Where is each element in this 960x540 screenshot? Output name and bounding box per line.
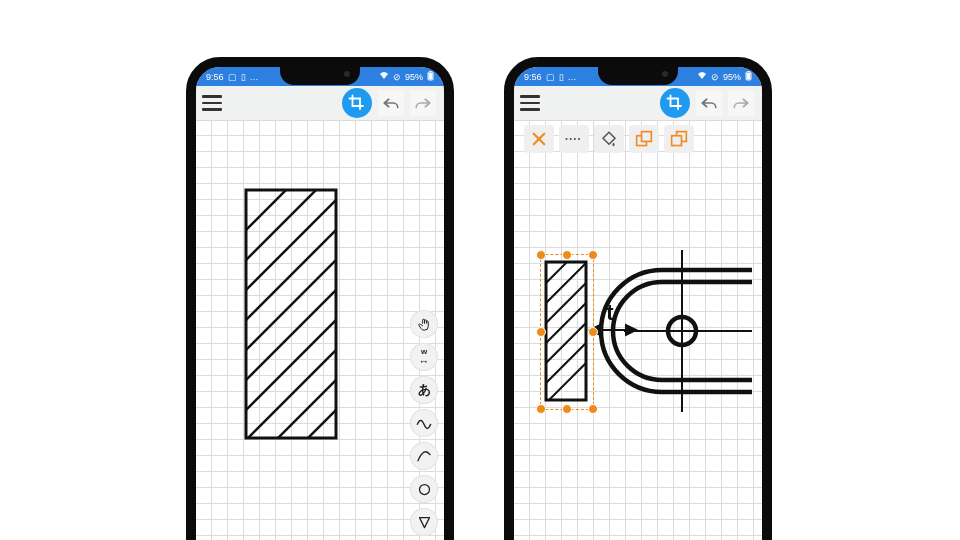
no-sim-icon: ⊘ bbox=[393, 72, 401, 82]
resize-handle-e[interactable] bbox=[588, 327, 598, 337]
resize-handle-w[interactable] bbox=[536, 327, 546, 337]
menu-button[interactable] bbox=[520, 92, 546, 114]
redo-button[interactable] bbox=[410, 90, 436, 116]
resize-handle-n[interactable] bbox=[562, 250, 572, 260]
redo-button[interactable] bbox=[728, 90, 754, 116]
undo-button[interactable] bbox=[696, 90, 722, 116]
send-back-button[interactable] bbox=[664, 125, 694, 153]
tool-palette: w ↔ あ bbox=[410, 310, 438, 540]
resize-handle-nw[interactable] bbox=[536, 250, 546, 260]
more-icon: … bbox=[568, 72, 577, 82]
resize-handle-s[interactable] bbox=[562, 404, 572, 414]
notch bbox=[598, 65, 678, 85]
bring-front-button[interactable] bbox=[629, 125, 659, 153]
image-icon: ▢ bbox=[546, 72, 555, 82]
more-icon: … bbox=[250, 72, 259, 82]
phone-left: 9:56 ▢ ▯ … ⊘ 95% bbox=[186, 57, 454, 540]
drawing-canvas[interactable]: t bbox=[514, 120, 762, 540]
resize-handle-ne[interactable] bbox=[588, 250, 598, 260]
text-tool[interactable]: あ bbox=[410, 376, 438, 404]
triangle-tool[interactable] bbox=[410, 508, 438, 536]
battery-icon bbox=[745, 71, 752, 83]
drawing-content bbox=[196, 120, 444, 540]
sd-card-icon: ▯ bbox=[241, 72, 246, 82]
width-tool[interactable]: w ↔ bbox=[410, 343, 438, 371]
svg-line-12 bbox=[226, 120, 366, 250]
undo-button[interactable] bbox=[378, 90, 404, 116]
wifi-icon bbox=[379, 71, 389, 82]
crop-button[interactable] bbox=[660, 88, 690, 118]
svg-rect-18 bbox=[748, 71, 750, 72]
fill-button[interactable] bbox=[594, 125, 624, 153]
battery-icon bbox=[427, 71, 434, 83]
crop-button[interactable] bbox=[342, 88, 372, 118]
menu-button[interactable] bbox=[202, 92, 228, 114]
battery-text: 95% bbox=[723, 72, 741, 82]
stage: 9:56 ▢ ▯ … ⊘ 95% bbox=[0, 0, 960, 540]
arc-tool[interactable] bbox=[410, 442, 438, 470]
svg-rect-19 bbox=[747, 73, 751, 80]
wifi-icon bbox=[697, 71, 707, 82]
circle-tool[interactable] bbox=[410, 475, 438, 503]
svg-rect-2 bbox=[429, 73, 433, 80]
image-icon: ▢ bbox=[228, 72, 237, 82]
svg-point-15 bbox=[419, 484, 429, 494]
app-toolbar bbox=[514, 86, 762, 121]
svg-rect-22 bbox=[642, 132, 652, 142]
line-style-button[interactable] bbox=[559, 125, 589, 153]
status-time: 9:56 bbox=[524, 72, 542, 82]
freehand-tool[interactable] bbox=[410, 409, 438, 437]
app-toolbar bbox=[196, 86, 444, 121]
selection-box[interactable] bbox=[540, 254, 594, 410]
battery-text: 95% bbox=[405, 72, 423, 82]
phone-right: 9:56 ▢ ▯ … ⊘ 95% bbox=[504, 57, 772, 540]
cancel-button[interactable] bbox=[524, 125, 554, 153]
svg-rect-3 bbox=[246, 190, 336, 438]
svg-rect-1 bbox=[430, 71, 432, 72]
resize-handle-se[interactable] bbox=[588, 404, 598, 414]
resize-handle-sw[interactable] bbox=[536, 404, 546, 414]
selection-toolbar bbox=[524, 125, 694, 155]
no-sim-icon: ⊘ bbox=[711, 72, 719, 82]
hand-tool[interactable] bbox=[410, 310, 438, 338]
notch bbox=[280, 65, 360, 85]
status-time: 9:56 bbox=[206, 72, 224, 82]
sd-card-icon: ▯ bbox=[559, 72, 564, 82]
svg-rect-24 bbox=[672, 136, 682, 146]
drawing-canvas[interactable]: w ↔ あ bbox=[196, 120, 444, 540]
